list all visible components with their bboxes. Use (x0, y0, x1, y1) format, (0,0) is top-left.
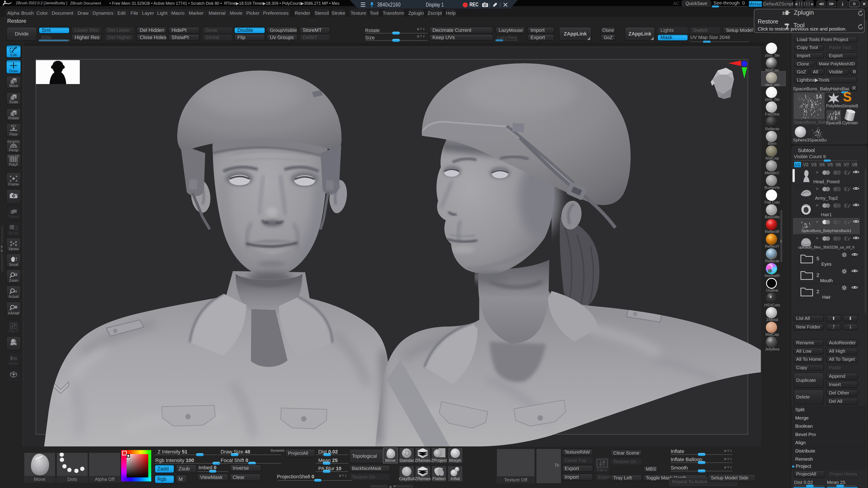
svg-text:M: M (13, 79, 16, 83)
svg-text:S: S (13, 96, 16, 99)
svg-text:BPR: BPR (10, 343, 17, 346)
svg-text:x1: x1 (14, 290, 17, 293)
svg-text:R: R (13, 111, 16, 116)
